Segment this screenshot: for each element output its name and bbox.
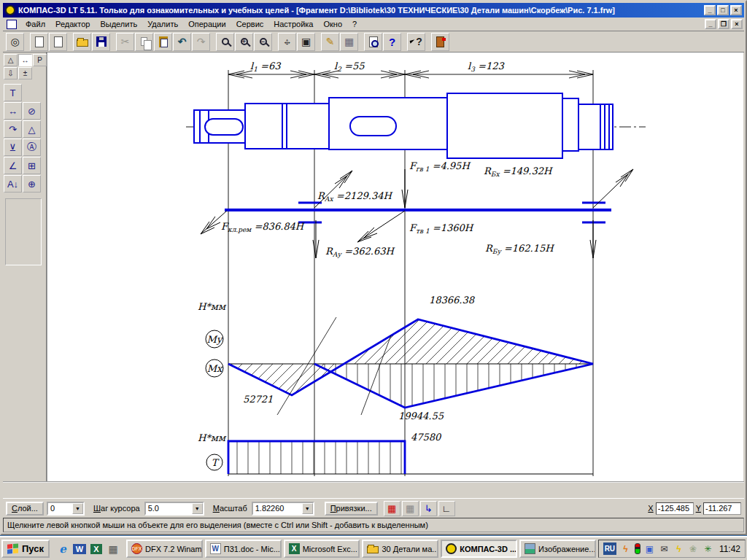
tool-centermark[interactable]: ⊕ <box>23 175 41 192</box>
shaft-outline[interactable] <box>194 93 613 158</box>
tool-leader[interactable]: Ⓐ <box>23 139 41 156</box>
task-kompas[interactable]: КОМПАС-3D ... <box>441 540 517 558</box>
task-word-doc[interactable]: W П31.doc - Mic... <box>205 540 282 558</box>
undo-button[interactable]: ↶ <box>173 33 191 51</box>
tool-radial-dimension[interactable]: ↷ <box>4 120 22 138</box>
print-preview-button[interactable] <box>364 33 382 51</box>
cut-button[interactable]: ✂ <box>116 33 134 51</box>
calc-quicklaunch-icon[interactable]: ▦ <box>106 542 120 556</box>
tool-text-leader[interactable]: A↓ <box>4 175 22 192</box>
chevron-down-icon[interactable]: ▼ <box>192 503 203 514</box>
y-coord-label: Y <box>696 504 701 513</box>
menu-editor[interactable]: Редактор <box>50 18 95 30</box>
force-fgv1-label: Fгв 1 =4.95Н <box>409 160 471 173</box>
layer-combo[interactable]: 0▼ <box>47 502 85 516</box>
tool-datum[interactable]: ⊻ <box>4 139 22 156</box>
x-coord-value[interactable]: -125.485 <box>656 502 694 515</box>
tool-diameter-dimension[interactable]: ⊘ <box>23 102 41 120</box>
snaps-button[interactable]: Привязки... <box>325 502 378 516</box>
paste-clipboard-icon <box>159 36 168 47</box>
tool-text[interactable]: Т <box>4 84 22 101</box>
panel-geometry-button[interactable]: △ <box>4 54 18 66</box>
menu-select[interactable]: Выделить <box>95 18 142 30</box>
mdi-close-button[interactable]: × <box>731 19 743 29</box>
zoom-out-button[interactable]: − <box>254 33 272 51</box>
tool-table[interactable]: ⊞ <box>23 157 41 174</box>
word-quicklaunch-icon[interactable]: W <box>72 542 87 556</box>
title-bar[interactable]: КОМПАС-3D LT 5.11. Только для ознакомите… <box>3 3 744 18</box>
menu-help[interactable]: ? <box>347 18 362 30</box>
mdi-document-icon[interactable] <box>7 20 17 29</box>
copy-button[interactable] <box>135 33 153 51</box>
context-help-button[interactable]: ? <box>407 33 425 51</box>
exit-button[interactable] <box>431 33 449 51</box>
start-button[interactable]: Пуск <box>1 540 50 558</box>
layer-button[interactable]: Слой... <box>6 502 44 516</box>
lightning-icon[interactable]: ϟ <box>673 543 684 554</box>
show-all-button[interactable]: ▣ <box>297 33 315 51</box>
dim-l2-label: l2 =55 <box>334 61 365 73</box>
winamp-agent-icon[interactable]: ϟ <box>620 543 631 554</box>
mx-max-value: 19944.55 <box>398 411 444 421</box>
y-coord-value[interactable]: -11.267 <box>703 502 741 515</box>
paste-button[interactable] <box>154 33 172 51</box>
save-button[interactable] <box>92 33 110 51</box>
torque-axis-label: Н*мм <box>198 432 227 443</box>
local-cs-button[interactable]: ↳ <box>420 501 437 516</box>
mdi-minimize-button[interactable]: _ <box>705 19 716 29</box>
pan-button[interactable]: ↔↕ <box>278 33 296 51</box>
new-fragment-button[interactable] <box>30 33 48 51</box>
language-indicator[interactable]: RU <box>603 542 616 555</box>
dim-l1-label: l1 =63 <box>250 61 282 73</box>
zoom-window-button[interactable] <box>216 33 234 51</box>
traffic-light-icon[interactable] <box>635 543 640 554</box>
ortho-button[interactable]: ∟ <box>438 501 455 516</box>
snap-toggle-button[interactable]: ▦ <box>384 501 400 516</box>
minimize-button[interactable]: _ <box>704 5 716 15</box>
excel-quicklaunch-icon[interactable]: X <box>89 542 104 556</box>
zoom-in-button[interactable]: + <box>235 33 253 51</box>
menu-file[interactable]: Файл <box>20 18 50 30</box>
image-icon <box>525 543 535 554</box>
task-folder[interactable]: 30 Детали ма... <box>362 540 438 558</box>
menu-operations[interactable]: Операции <box>183 18 231 30</box>
force-rax-label: RАх =2129.34Н <box>317 190 392 203</box>
scale-combo[interactable]: 1.82260▼ <box>252 502 314 516</box>
new-document-button[interactable] <box>49 33 67 51</box>
grid-toggle-button[interactable]: ▦ <box>402 501 419 516</box>
panel-symbols-button[interactable]: P <box>33 54 47 66</box>
open-folder-icon <box>77 39 88 47</box>
maximize-button[interactable]: □ <box>717 5 729 15</box>
close-button[interactable]: × <box>730 5 742 15</box>
antivirus-spider-icon[interactable]: ✳ <box>703 543 713 554</box>
task-image-viewer[interactable]: Изображение... <box>519 540 596 558</box>
webcam-icon[interactable]: ❀ <box>688 543 699 554</box>
new-sheet-button[interactable]: ◎ <box>6 33 24 51</box>
panel-edit-button[interactable]: ⇩ <box>4 67 18 79</box>
mail-monitor-icon[interactable]: ✉ <box>659 543 670 554</box>
calculator-icon: ▦ <box>344 36 354 47</box>
calculator-button[interactable]: ▦ <box>340 33 358 51</box>
tool-linear-dimension[interactable]: ↔ <box>4 102 22 120</box>
tool-chamfer-dimension[interactable]: ∠ <box>4 157 22 174</box>
cursor-step-combo[interactable]: 5.0▼ <box>144 502 204 516</box>
chevron-down-icon[interactable]: ▼ <box>72 503 83 514</box>
panel-dimensions-button[interactable]: ↔ <box>18 54 32 66</box>
drawing-canvas[interactable]: l1 =63 l2 =55 l3 =123 <box>47 52 743 483</box>
mdi-restore-button[interactable]: ❐ <box>718 19 729 29</box>
menu-window[interactable]: Окно <box>318 18 347 30</box>
network-monitors-icon[interactable]: ▣ <box>644 543 655 554</box>
tool-angular-dimension[interactable]: △ <box>23 120 41 138</box>
menu-service[interactable]: Сервис <box>231 18 269 30</box>
ie-quicklaunch-icon[interactable]: e <box>55 542 70 556</box>
panel-measure-button[interactable]: ± <box>18 67 32 79</box>
chevron-down-icon[interactable]: ▼ <box>302 503 313 514</box>
menu-delete[interactable]: Удалить <box>142 18 183 30</box>
redraw-button[interactable]: ✎ <box>321 33 339 51</box>
task-dfx-winamp[interactable]: DFX DFX 7.2 Winamp <box>126 540 203 558</box>
help-topics-button[interactable]: ? <box>383 33 401 51</box>
redo-button[interactable]: ↷ <box>192 33 210 51</box>
open-button[interactable] <box>73 33 91 51</box>
task-excel[interactable]: X Microsoft Exc... <box>284 540 360 558</box>
menu-settings[interactable]: Настройка <box>268 18 318 30</box>
